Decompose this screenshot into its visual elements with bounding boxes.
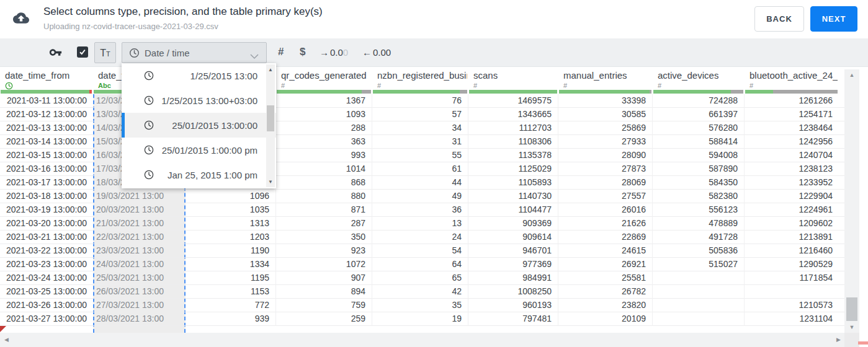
cell[interactable]: 880 bbox=[276, 190, 372, 203]
cell[interactable]: 23/03/2021 13:00 bbox=[93, 244, 186, 258]
increase-precision-button[interactable]: →0.00 bbox=[320, 47, 348, 58]
horizontal-scrollbar[interactable]: ◀ ▶ bbox=[0, 333, 859, 347]
cell[interactable]: 1238464 bbox=[745, 121, 839, 135]
cell[interactable]: 1209602 bbox=[745, 217, 839, 231]
cell[interactable]: 515027 bbox=[653, 258, 745, 271]
cell[interactable]: 939 bbox=[186, 312, 276, 326]
cell[interactable]: 2021-03-22 13:00:00 bbox=[0, 244, 93, 258]
cell[interactable]: 26921 bbox=[558, 258, 653, 271]
cell[interactable]: 25869 bbox=[558, 121, 653, 135]
cell[interactable]: 26/03/2021 13:00 bbox=[93, 285, 186, 299]
cell[interactable]: 26016 bbox=[558, 203, 653, 217]
cell[interactable]: 19 bbox=[372, 312, 468, 326]
cell[interactable]: 33398 bbox=[558, 94, 653, 108]
cell[interactable]: 1242956 bbox=[745, 135, 839, 149]
cell[interactable]: 27557 bbox=[558, 190, 653, 203]
format-option[interactable]: 25/01/2015 13:00:00 bbox=[122, 113, 276, 138]
cell[interactable]: 2021-03-27 13:00:00 bbox=[0, 312, 93, 326]
cell[interactable]: 2021-03-15 13:00:00 bbox=[0, 149, 93, 162]
cell[interactable]: 1233952 bbox=[745, 176, 839, 190]
cell[interactable]: 22/03/2021 13:00 bbox=[93, 231, 186, 244]
cell[interactable]: 2021-03-26 13:00:00 bbox=[0, 299, 93, 312]
cell[interactable]: 993 bbox=[276, 149, 372, 162]
number-type-button[interactable]: # bbox=[278, 46, 284, 58]
cell[interactable]: 27873 bbox=[558, 162, 653, 176]
cell[interactable]: 1105893 bbox=[468, 176, 558, 190]
cell[interactable]: 1171854 bbox=[745, 271, 839, 285]
type-select-dropdown[interactable]: Date / time bbox=[122, 42, 267, 63]
cell[interactable]: 1334 bbox=[186, 258, 276, 271]
cell[interactable]: 22869 bbox=[558, 231, 653, 244]
cell[interactable]: 724288 bbox=[653, 94, 745, 108]
cell[interactable]: 20/03/2021 13:00 bbox=[93, 203, 186, 217]
cell[interactable]: 28/03/2021 13:00 bbox=[93, 312, 186, 326]
cell[interactable]: 1104477 bbox=[468, 203, 558, 217]
cell[interactable]: 350 bbox=[276, 231, 372, 244]
cell[interactable]: 946701 bbox=[468, 244, 558, 258]
cell[interactable]: 23820 bbox=[558, 299, 653, 312]
cell[interactable]: 1469575 bbox=[468, 94, 558, 108]
cell[interactable]: 2021-03-19 13:00:00 bbox=[0, 203, 93, 217]
cell[interactable]: 34 bbox=[372, 121, 468, 135]
cell[interactable]: 1125029 bbox=[468, 162, 558, 176]
cell[interactable]: 478889 bbox=[653, 217, 745, 231]
cell[interactable]: 1261266 bbox=[745, 94, 839, 108]
cell[interactable]: 868 bbox=[276, 176, 372, 190]
cell[interactable] bbox=[653, 299, 745, 312]
cell[interactable]: 1153 bbox=[186, 285, 276, 299]
cell[interactable]: 923 bbox=[276, 244, 372, 258]
column-header[interactable]: active_devices# bbox=[653, 67, 745, 90]
scroll-up-icon[interactable]: ▲ bbox=[844, 72, 859, 78]
cell[interactable]: 2021-03-24 13:00:00 bbox=[0, 271, 93, 285]
cell[interactable]: 772 bbox=[186, 299, 276, 312]
cell[interactable]: 1072 bbox=[276, 258, 372, 271]
format-option[interactable]: 1/25/2015 13:00 bbox=[122, 63, 276, 88]
back-button[interactable]: BACK bbox=[754, 6, 804, 32]
cell[interactable]: 25581 bbox=[558, 271, 653, 285]
cell[interactable]: 1229904 bbox=[745, 190, 839, 203]
cell[interactable]: 1367 bbox=[276, 94, 372, 108]
cell[interactable]: 49 bbox=[372, 190, 468, 203]
cell[interactable]: 2021-03-16 13:00:00 bbox=[0, 162, 93, 176]
format-option[interactable]: 1/25/2015 13:00+03:00 bbox=[122, 88, 276, 113]
cell[interactable]: 960193 bbox=[468, 299, 558, 312]
vertical-scrollbar-thumb[interactable] bbox=[846, 297, 857, 321]
primary-key-icon[interactable] bbox=[49, 46, 62, 61]
cell[interactable]: 1112703 bbox=[468, 121, 558, 135]
cell[interactable]: 584350 bbox=[653, 176, 745, 190]
cell[interactable]: 977369 bbox=[468, 258, 558, 271]
cell[interactable]: 27/03/2021 13:00 bbox=[93, 299, 186, 312]
cell[interactable]: 19/03/2021 13:00 bbox=[93, 190, 186, 203]
cell[interactable]: 1190 bbox=[186, 244, 276, 258]
cell[interactable]: 28090 bbox=[558, 149, 653, 162]
cell[interactable]: 2021-03-23 13:00:00 bbox=[0, 258, 93, 271]
decrease-precision-button[interactable]: ←0.00 bbox=[362, 47, 391, 58]
cell[interactable]: 1135378 bbox=[468, 149, 558, 162]
cell[interactable]: 1240704 bbox=[745, 149, 839, 162]
cell[interactable]: 1014 bbox=[276, 162, 372, 176]
cell[interactable]: 1290529 bbox=[745, 258, 839, 271]
cell[interactable]: 21626 bbox=[558, 217, 653, 231]
cell[interactable]: 24 bbox=[372, 231, 468, 244]
cell[interactable]: 1238123 bbox=[745, 162, 839, 176]
cell[interactable]: 31 bbox=[372, 135, 468, 149]
dropdown-scrollbar-thumb[interactable] bbox=[267, 105, 274, 131]
cell[interactable]: 35 bbox=[372, 299, 468, 312]
cell[interactable]: 30585 bbox=[558, 108, 653, 121]
cell[interactable]: 259 bbox=[276, 312, 372, 326]
column-header[interactable]: bluetooth_active_24_hr_# bbox=[745, 67, 839, 90]
cell[interactable]: 587890 bbox=[653, 162, 745, 176]
cell[interactable]: 1254171 bbox=[745, 108, 839, 121]
cell[interactable]: 582380 bbox=[653, 190, 745, 203]
cell[interactable]: 27933 bbox=[558, 135, 653, 149]
cell[interactable]: 505836 bbox=[653, 244, 745, 258]
cell[interactable]: 64 bbox=[372, 258, 468, 271]
cell[interactable]: 61 bbox=[372, 162, 468, 176]
cell[interactable]: 57 bbox=[372, 108, 468, 121]
dropdown-scrollbar[interactable]: ▲ ▼ bbox=[266, 64, 275, 187]
cell[interactable]: 2021-03-17 13:00:00 bbox=[0, 176, 93, 190]
cell[interactable]: 594008 bbox=[653, 149, 745, 162]
cell[interactable]: 24615 bbox=[558, 244, 653, 258]
cell[interactable]: 909369 bbox=[468, 217, 558, 231]
cell[interactable]: 21/03/2021 13:00 bbox=[93, 217, 186, 231]
